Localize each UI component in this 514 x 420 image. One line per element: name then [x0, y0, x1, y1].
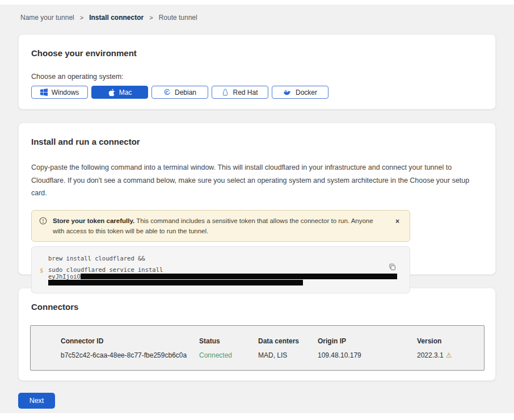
code-line-sudo: sudo cloudflared service install [48, 267, 397, 274]
status-badge: Connected [199, 351, 258, 359]
apple-icon [108, 89, 115, 96]
install-connector-title: Install and run a connector [31, 137, 483, 146]
install-description: Copy-paste the following command into a … [31, 161, 483, 200]
os-button-docker[interactable]: Docker [272, 86, 328, 99]
os-button-debian[interactable]: Debian [151, 86, 208, 99]
code-command-group: $ sudo cloudflared service install eyJhI… [40, 267, 387, 286]
breadcrumb-step-name-tunnel[interactable]: Name your tunnel [20, 14, 74, 22]
header-version: Version [417, 337, 484, 345]
content-area: Name your tunnel > Install connector > R… [0, 5, 514, 413]
code-command-lines: sudo cloudflared service install eyJhIjo… [48, 267, 397, 286]
os-button-label: Windows [52, 89, 79, 96]
install-command-codeblock: brew install cloudflared && $ sudo cloud… [31, 246, 410, 293]
table-row: b7c52c42-6caa-48ee-8c77-fbe259cb6c0a Con… [61, 351, 484, 359]
breadcrumb: Name your tunnel > Install connector > R… [18, 14, 496, 22]
os-button-windows[interactable]: Windows [31, 86, 88, 99]
cell-data-centers: MAD, LIS [258, 351, 318, 359]
os-button-mac[interactable]: Mac [91, 86, 148, 99]
connectors-table-header: Connector ID Status Data centers Origin … [61, 337, 484, 345]
header-status: Status [199, 337, 258, 345]
token-warning-bold: Store your token carefully. [53, 217, 134, 224]
next-button[interactable]: Next [18, 393, 55, 409]
code-line-token-2 [48, 280, 397, 286]
code-line-brew: brew install cloudflared && [40, 255, 387, 262]
code-line-token: eyJhIjoiO [48, 274, 397, 280]
os-button-redhat[interactable]: Red Hat [212, 86, 268, 99]
token-redaction-bar [81, 274, 397, 279]
os-button-label: Mac [119, 89, 132, 96]
connectors-title: Connectors [31, 302, 483, 312]
cell-connector-id: b7c52c42-6caa-48ee-8c77-fbe259cb6c0a [61, 351, 199, 359]
windows-icon [40, 89, 48, 96]
breadcrumb-separator: > [149, 14, 153, 21]
header-origin-ip: Origin IP [318, 337, 417, 345]
breadcrumb-step-route-tunnel[interactable]: Route tunnel [159, 14, 197, 22]
docker-icon [283, 89, 292, 96]
choose-environment-title: Choose your environment [31, 48, 483, 58]
token-warning-banner: Store your token carefully. This command… [31, 210, 410, 242]
alert-circle-icon [39, 217, 47, 227]
copy-icon[interactable] [389, 263, 396, 272]
token-prefix: eyJhIjoiO [48, 274, 81, 280]
os-button-group: Windows Mac Debian [31, 86, 483, 99]
header-connector-id: Connector ID [61, 337, 199, 345]
choose-environment-card: Choose your environment Choose an operat… [18, 34, 496, 110]
breadcrumb-step-install-connector[interactable]: Install connector [89, 14, 144, 22]
page: Name your tunnel > Install connector > R… [0, 0, 514, 420]
token-warning-text: Store your token carefully. This command… [53, 216, 386, 237]
shell-prompt: $ [40, 267, 48, 286]
cell-version: 2022.3.1⚠ [417, 351, 484, 359]
os-button-label: Docker [296, 89, 317, 96]
install-connector-card: Install and run a connector Copy-paste t… [18, 123, 496, 275]
connectors-table: Connector ID Status Data centers Origin … [30, 325, 484, 371]
debian-icon [163, 89, 171, 96]
close-icon[interactable]: × [392, 216, 403, 227]
version-value: 2022.3.1 [417, 351, 444, 359]
os-button-label: Red Hat [233, 89, 258, 96]
cell-origin-ip: 109.48.10.179 [318, 351, 417, 359]
header-data-centers: Data centers [258, 337, 318, 345]
connectors-card: Connectors Connector ID Status Data cent… [18, 288, 496, 381]
token-redaction-bar [48, 280, 303, 285]
os-select-label: Choose an operating system: [31, 73, 483, 81]
breadcrumb-separator: > [80, 14, 83, 21]
os-button-label: Debian [175, 89, 196, 96]
version-warning-icon: ⚠ [446, 351, 452, 359]
redhat-linux-icon [222, 89, 229, 96]
